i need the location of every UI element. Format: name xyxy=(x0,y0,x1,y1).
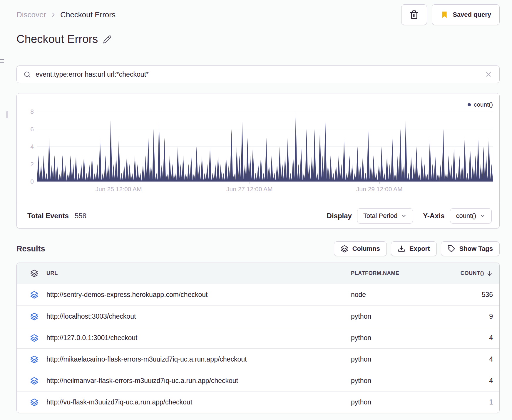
table-header: URL PLATFORM.NAME COUNT() xyxy=(17,263,499,284)
results-table: URL PLATFORM.NAME COUNT() http://sentry-… xyxy=(16,263,500,413)
y-axis-label: 0 xyxy=(30,178,34,185)
scroll-indicator xyxy=(6,111,8,118)
chevron-down-icon xyxy=(480,213,486,219)
show-tags-button[interactable]: Show Tags xyxy=(441,241,500,256)
display-select[interactable]: Total Period xyxy=(357,208,413,224)
column-header-platform[interactable]: PLATFORM.NAME xyxy=(351,270,426,276)
bookmark-icon xyxy=(440,11,449,19)
results-heading: Results xyxy=(16,244,45,253)
y-axis-label: 8 xyxy=(30,108,34,115)
table-body: http://sentry-demos-express.herokuapp.co… xyxy=(17,284,499,413)
platform-cell: node xyxy=(351,291,426,299)
table-row: http://mikaelacarino-flask-errors-m3uuiz… xyxy=(17,348,499,370)
total-events: Total Events 558 xyxy=(27,212,86,220)
delete-query-button[interactable] xyxy=(401,4,427,25)
search-bar xyxy=(16,65,500,83)
legend-label: count() xyxy=(474,101,493,108)
y-axis-label: 6 xyxy=(30,126,34,133)
url-cell[interactable]: http://sentry-demos-express.herokuapp.co… xyxy=(46,291,351,299)
discover-page: Discover Checkout Errors Saved query Che… xyxy=(0,0,512,413)
count-cell: 9 xyxy=(426,313,499,320)
table-row: http://sentry-demos-express.herokuapp.co… xyxy=(17,284,499,305)
row-stack-button[interactable] xyxy=(30,334,38,342)
x-axis: Jun 25 12:00 AMJun 27 12:00 AMJun 29 12:… xyxy=(37,186,493,194)
row-stack-button[interactable] xyxy=(30,398,38,406)
yaxis-select[interactable]: count() xyxy=(450,208,492,224)
x-axis-tick xyxy=(379,182,380,184)
stack-icon xyxy=(30,377,38,385)
x-axis-label: Jun 27 12:00 AM xyxy=(226,186,273,193)
count-cell: 1 xyxy=(426,398,499,406)
table-row: http://127.0.0.1:3001/checkout python 4 xyxy=(17,327,499,348)
url-cell[interactable]: http://neilmanvar-flask-errors-m3uuizd7i… xyxy=(46,377,351,385)
chart-legend[interactable]: count() xyxy=(468,101,493,108)
breadcrumb-discover-link[interactable]: Discover xyxy=(16,10,46,19)
stack-icon xyxy=(30,291,38,299)
columns-button[interactable]: Columns xyxy=(334,241,387,256)
url-cell[interactable]: http://vu-flask-m3uuizd7iq-uc.a.run.app/… xyxy=(46,398,351,406)
top-actions: Saved query xyxy=(401,4,500,25)
row-stack-button[interactable] xyxy=(30,377,38,385)
saved-query-button[interactable]: Saved query xyxy=(432,4,500,25)
page-title: Checkout Errors xyxy=(16,33,98,46)
export-button[interactable]: Export xyxy=(391,241,437,256)
table-row: http://neilmanvar-flask-errors-m3uuizd7i… xyxy=(17,370,499,391)
event-volume-chart[interactable] xyxy=(37,112,493,182)
display-label: Display xyxy=(327,212,352,220)
table-row: http://vu-flask-m3uuizd7iq-uc.a.run.app/… xyxy=(17,391,499,413)
column-header-count[interactable]: COUNT() xyxy=(426,270,499,277)
breadcrumb: Discover Checkout Errors xyxy=(16,10,116,19)
row-stack-button[interactable] xyxy=(30,313,38,320)
yaxis-label: Y-Axis xyxy=(423,212,444,220)
y-axis: 02468 xyxy=(21,112,34,182)
chart-card: count() 02468 Jun 25 12:00 AMJun 27 12:0… xyxy=(16,93,500,229)
x-axis-line xyxy=(37,182,493,182)
table-row: http://localhost:3003/checkout python 9 xyxy=(17,305,499,327)
count-cell: 4 xyxy=(426,377,499,385)
saved-query-label: Saved query xyxy=(453,11,491,19)
platform-cell: python xyxy=(351,313,426,320)
chevron-right-icon xyxy=(50,12,56,18)
breadcrumb-current: Checkout Errors xyxy=(60,10,116,19)
y-axis-label: 4 xyxy=(30,143,34,150)
count-cell: 536 xyxy=(426,291,499,299)
row-stack-button[interactable] xyxy=(30,291,38,299)
count-cell: 4 xyxy=(426,355,499,363)
url-cell[interactable]: http://localhost:3003/checkout xyxy=(46,313,351,320)
column-header-url[interactable]: URL xyxy=(46,270,351,276)
x-axis-label: Jun 29 12:00 AM xyxy=(356,186,403,193)
platform-cell: python xyxy=(351,398,426,406)
download-icon xyxy=(398,245,405,253)
search-input[interactable] xyxy=(17,66,499,83)
total-events-value: 558 xyxy=(75,212,86,220)
count-cell: 4 xyxy=(426,334,499,342)
sort-descending-icon xyxy=(486,270,493,277)
stack-icon xyxy=(30,398,38,406)
edit-title-icon[interactable] xyxy=(103,35,112,44)
x-axis-tick xyxy=(119,182,119,184)
y-axis-label: 2 xyxy=(30,161,34,168)
platform-cell: python xyxy=(351,355,426,363)
legend-dot xyxy=(468,103,471,106)
x-axis-label: Jun 25 12:00 AM xyxy=(96,186,142,193)
clear-search-icon[interactable] xyxy=(485,70,492,78)
platform-cell: python xyxy=(351,377,426,385)
chevron-down-icon xyxy=(401,213,407,219)
search-icon xyxy=(23,70,31,78)
total-events-label: Total Events xyxy=(27,212,69,220)
url-cell[interactable]: http://127.0.0.1:3001/checkout xyxy=(46,334,351,342)
platform-cell: python xyxy=(351,334,426,342)
top-bar: Discover Checkout Errors Saved query xyxy=(16,0,500,25)
stack-icon xyxy=(30,313,38,320)
trash-icon xyxy=(409,10,419,19)
tag-icon xyxy=(448,245,455,253)
row-stack-button[interactable] xyxy=(30,355,38,363)
chart-footer: Total Events 558 Display Total Period Y-… xyxy=(17,203,499,228)
stack-icon xyxy=(30,269,38,277)
layers-icon xyxy=(341,245,348,253)
x-axis-tick xyxy=(250,182,250,184)
stack-icon xyxy=(30,334,38,342)
url-cell[interactable]: http://mikaelacarino-flask-errors-m3uuiz… xyxy=(46,355,351,363)
panel-handle xyxy=(0,59,4,63)
stack-icon xyxy=(30,355,38,363)
